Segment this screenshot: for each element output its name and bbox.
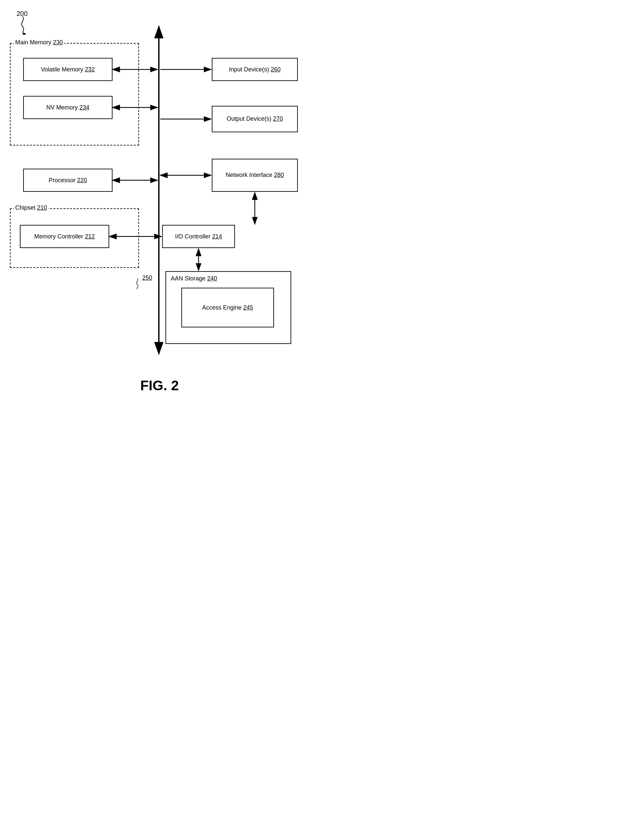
aan-storage-label: AAN Storage 240 [171, 275, 217, 282]
input-devices-box: Input Device(s) 260 [212, 58, 298, 81]
io-controller-box: I/O Controller 214 [162, 225, 235, 248]
chipset-ref: 210 [37, 204, 47, 211]
processor-label: Processor 220 [49, 177, 87, 184]
io-controller-label: I/O Controller 214 [175, 233, 222, 240]
memory-controller-box: Memory Controller 212 [20, 225, 109, 248]
squiggle-arrow-icon [16, 15, 32, 37]
network-interface-box: Network Interface 280 [212, 159, 298, 192]
nv-memory-ref: 234 [79, 104, 89, 111]
processor-box: Processor 220 [23, 169, 112, 192]
output-devices-ref: 270 [273, 115, 283, 122]
bus-ref-250: 250 [142, 275, 152, 281]
main-memory-ref: 230 [53, 39, 63, 46]
output-devices-box: Output Device(s) 270 [212, 106, 298, 132]
volatile-memory-ref: 232 [85, 66, 95, 73]
svg-marker-0 [22, 33, 26, 35]
input-devices-ref: 260 [271, 66, 280, 73]
diagram-container: 200 Main Memory 230 Volatile Memory 232 … [0, 0, 319, 397]
figure-title: FIG. 2 [0, 378, 319, 393]
processor-ref: 220 [77, 177, 87, 183]
network-interface-ref: 280 [274, 172, 284, 178]
io-controller-ref: 214 [212, 233, 222, 240]
nv-memory-box: NV Memory 234 [23, 96, 112, 119]
volatile-memory-box: Volatile Memory 232 [23, 58, 112, 81]
access-engine-label: Access Engine 245 [202, 304, 253, 311]
chipset-label: Chipset 210 [14, 204, 48, 211]
access-engine-box: Access Engine 245 [181, 288, 274, 327]
aan-storage-ref: 240 [207, 275, 217, 282]
nv-memory-label: NV Memory 234 [46, 104, 89, 111]
output-devices-label: Output Device(s) 270 [227, 115, 283, 123]
main-memory-label: Main Memory 230 [14, 39, 64, 46]
volatile-memory-label: Volatile Memory 232 [41, 66, 95, 73]
memory-controller-label: Memory Controller 212 [34, 233, 95, 240]
network-interface-label: Network Interface 280 [226, 171, 284, 179]
input-devices-label: Input Device(s) 260 [229, 66, 280, 73]
bus-250-squiggle [132, 278, 142, 291]
bus-ref-label: 250 [142, 275, 152, 281]
memory-controller-ref: 212 [85, 233, 95, 240]
fig-label: FIG. 2 [140, 378, 179, 393]
access-engine-ref: 245 [243, 304, 253, 311]
